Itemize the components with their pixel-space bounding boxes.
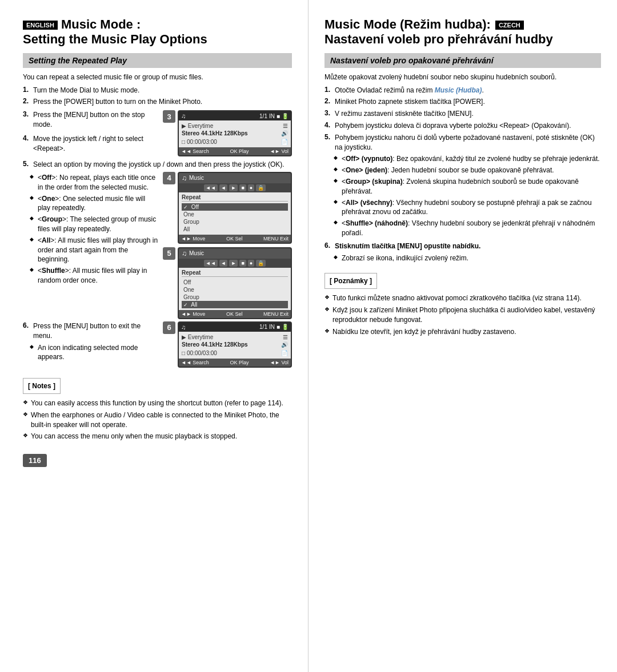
left-header: ENGLISH Music Mode : Setting the Music P… <box>23 17 292 47</box>
step1-num: 1. <box>23 86 31 94</box>
right-note-1: Tuto funkci můžete snadno aktivovat pomo… <box>324 293 601 303</box>
ctrl5-prev: ◄ <box>219 260 228 267</box>
screen4-topbar: ♫ Music <box>179 173 291 183</box>
right-header: Music Mode (Režim hudba): CZECH Nastaven… <box>324 17 601 47</box>
screen5-menu: MENU Exit <box>263 311 289 317</box>
right-step1-num: 1. <box>324 86 332 94</box>
step2-text: Press the [POWER] button to turn on the … <box>33 97 202 107</box>
right-opt-all: <All> (všechny): Všechny hudební soubory… <box>336 198 601 218</box>
right-step-2: 2. Miniket Photo zapnete stiskem tlačítk… <box>324 97 601 107</box>
step-4: 4. Move the joystick left / right to sel… <box>23 134 155 154</box>
step5-text: Select an option by moving the joystick … <box>33 160 285 170</box>
screen3-vol-btn: ◄► Vol <box>270 148 289 154</box>
notes-list: You can easily access this function by u… <box>23 399 292 441</box>
step5-num: 5. <box>23 160 31 168</box>
screen6-bottombar: ◄◄ Search OK Play ◄► Vol <box>179 359 291 367</box>
screen3-time: □ 00:00/03:00 <box>182 139 217 145</box>
right-column: Music Mode (Režim hudba): CZECH Nastaven… <box>308 0 617 672</box>
right-step2-text: Miniket Photo zapnete stiskem tlačítka [… <box>335 97 485 107</box>
step2-num: 2. <box>23 97 31 105</box>
screen5-topbar: ♫ Music <box>179 248 291 259</box>
screen6-ok-btn: OK Play <box>230 360 249 365</box>
option-all: <All>: All music files will play through… <box>32 236 158 264</box>
step3-text: Press the [MENU] button on the stop mode… <box>33 110 155 130</box>
screen3-time-row: □ 00:00/03:00 📄 <box>182 138 288 146</box>
left-title-line2: Setting the Music Play Options <box>23 32 207 47</box>
screen5-repeat-title: Repeat <box>182 269 288 277</box>
screen6-time-icon: □ <box>182 350 185 356</box>
ctrl5-stop: ■ <box>239 260 246 267</box>
screen5-music-icon: ♫ <box>182 250 187 257</box>
right-opt-one: <One> (jeden): Jeden hudební soubor se b… <box>336 166 601 175</box>
page-number: 116 <box>23 454 47 467</box>
screen6-freq: Stereo 44.1kHz 128Kbps <box>182 341 248 348</box>
screen6-list-icon: ☰ <box>283 334 288 340</box>
screen6-vol-btn: ◄► Vol <box>270 360 289 365</box>
screen5-music-label: Music <box>189 250 204 256</box>
right-title-line1: Music Mode (Režim hudba): <box>324 17 491 32</box>
step-5: 5. Select an option by moving the joysti… <box>23 160 292 170</box>
screen5-options: Off One Group ✓ All <box>182 278 288 309</box>
screen-4: ♫ Music ◄◄ ◄ ► ■ ● 🔒 Repeat <box>178 172 292 244</box>
screen3-bottombar: ◄◄ Search OK Play ◄► Vol <box>179 147 291 155</box>
step-3: 3. Press the [MENU] button on the stop m… <box>23 110 155 130</box>
right-step5-text: Pohybem joysticku nahoru či dolů vyberte… <box>335 133 601 152</box>
right-note-2: Když jsou k zařízení Miniket Photo připo… <box>324 305 601 325</box>
screen4-body: Repeat ✓ Off One Group All <box>179 192 291 235</box>
step6-sub-text: An icon indicating selected mode appears… <box>32 343 158 363</box>
ctrl-stop: ■ <box>239 184 246 191</box>
screen6-topbar: ♫ 1/1 IN ■ 🔋 <box>179 323 291 332</box>
screen-6: ♫ 1/1 IN ■ 🔋 ▶ Everytime ☰ <box>178 321 292 368</box>
right-step-6: 6. Stisknutím tlačítka [MENU] opustíte n… <box>324 242 601 251</box>
screen3-ok-btn: OK Play <box>230 148 249 154</box>
screen-5: ♫ Music ◄◄ ◄ ► ■ ● 🔒 Repeat <box>178 247 292 319</box>
right-title-line2: Nastavení voleb pro přehrávání hudby <box>324 32 553 47</box>
screen5-num: 5 <box>163 247 175 260</box>
screen4-menu: MENU Exit <box>263 236 289 242</box>
screen4-opt-one: One <box>182 211 288 218</box>
screen6-status: 1/1 IN ■ 🔋 <box>259 324 289 330</box>
screen5-opt-group: Group <box>182 293 288 301</box>
right-opt-shuffle: <Shuffle> (náhodně): Všechny hudební sou… <box>336 219 601 238</box>
screen4-music-icon: ♫ <box>182 174 187 182</box>
screen5-opt-off: Off <box>182 279 288 286</box>
right-step1-highlight: Music (Hudba) <box>435 86 482 94</box>
screen3-topbar: ♫ 1/1 IN ■ 🔋 <box>179 111 291 120</box>
right-step-3: 3. V režimu zastavení stiskněte tlačítko… <box>324 109 601 119</box>
option-shuffle: <Shuffle>: All music files will play in … <box>32 266 158 285</box>
ctrl-prev: ◄ <box>219 184 228 191</box>
right-step6-sub-text: Zobrazí se ikona, indikující zvolený rež… <box>336 253 601 263</box>
step1-text: Turn the Mode Dial to Music mode. <box>33 86 139 95</box>
step-1: 1. Turn the Mode Dial to Music mode. <box>23 86 292 95</box>
screen6-freq-row: Stereo 44.1kHz 128Kbps 🔊 <box>182 341 288 348</box>
screen3-freq-row: Stereo 44.1kHz 128Kbps 🔊 <box>182 130 288 137</box>
option-off: <Off>: No repeat, plays each title once … <box>32 173 158 192</box>
screen3-list-icon: ☰ <box>283 123 288 129</box>
screen3-music-icon: ♫ <box>181 112 186 119</box>
screen4-ok: OK Sel <box>226 236 243 242</box>
screen6-everytime-row: ▶ Everytime ☰ <box>182 333 288 341</box>
step6-num: 6. <box>23 321 31 329</box>
screen6-search-btn: ◄◄ Search <box>181 360 209 365</box>
right-intro: Můžete opakovat zvolený hudební soubor n… <box>324 73 601 82</box>
right-step6-num: 6. <box>324 242 332 250</box>
right-step6-sub: Zobrazí se ikona, indikující zvolený rež… <box>324 253 601 263</box>
screen4-repeat-title: Repeat <box>182 194 288 202</box>
right-notes-list: Tuto funkci můžete snadno aktivovat pomo… <box>324 293 601 336</box>
right-opt-group: <Group> (skupina): Zvolená skupina hudeb… <box>336 177 601 196</box>
right-step4-num: 4. <box>324 121 332 129</box>
screen4-music-label: Music <box>189 175 204 181</box>
step4-num: 4. <box>23 134 31 142</box>
screen6-vol-icon: 🔊 <box>281 341 288 348</box>
english-badge: ENGLISH <box>23 21 58 30</box>
right-step6-text: Stisknutím tlačítka [MENU] opustíte nabí… <box>335 242 480 251</box>
ctrl-rew: ◄◄ <box>204 184 218 191</box>
screen3-num: 3 <box>163 110 175 123</box>
right-section-header: Nastavení voleb pro opakované přehrávání <box>324 53 601 68</box>
screen3-vol-icon: 🔊 <box>281 130 288 136</box>
screen4-move: ◄► Move <box>181 236 205 242</box>
screen4-opt-off: ✓ Off <box>182 203 288 211</box>
right-step-4: 4. Pohybem joysticku doleva či doprava v… <box>324 121 601 131</box>
screen6-music-icon: ♫ <box>181 324 186 331</box>
right-note-3: Nabídku lze otevřít, jen když je přehráv… <box>324 327 601 337</box>
